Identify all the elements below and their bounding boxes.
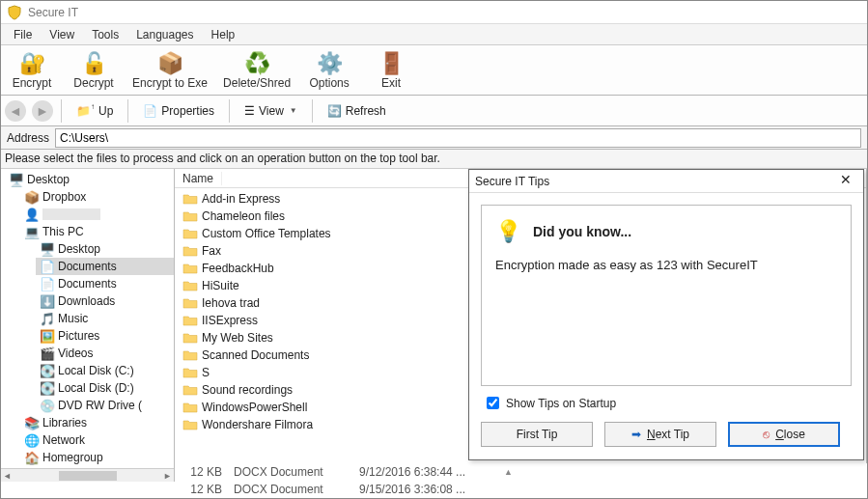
file-name: IISExpress <box>202 314 258 327</box>
tree-node[interactable]: 🏠Homegroup <box>20 449 174 466</box>
delete-shred-button[interactable]: ♻️ Delete/Shred <box>223 47 291 93</box>
file-name: Fax <box>202 244 221 258</box>
tree-node[interactable]: 💻This PC <box>20 223 174 240</box>
up-button[interactable]: 📁↑ Up <box>70 101 120 121</box>
next-tip-button[interactable]: ➡ Next Tip <box>604 422 716 447</box>
disk-icon: 💽 <box>40 380 55 396</box>
tree-node[interactable]: 📦Dropbox <box>20 188 174 206</box>
exit-label: Exit <box>381 76 401 90</box>
tree-label: Local Disk (C:) <box>58 364 134 377</box>
file-type: DOCX Document <box>234 483 359 496</box>
gear-icon: ⚙️ <box>316 51 343 76</box>
tree-label: Homegroup <box>42 451 103 464</box>
file-name: S <box>202 366 210 379</box>
file-name: FeedbackHub <box>202 262 274 275</box>
tips-dialog: Secure IT Tips ✕ 💡 Did you know... Encry… <box>468 169 864 460</box>
address-bar-row: Address <box>1 126 867 150</box>
tree-node[interactable]: 👤 <box>20 206 174 223</box>
tree-node[interactable]: 🎬Videos <box>36 345 174 362</box>
options-button[interactable]: ⚙️ Options <box>306 47 352 93</box>
divider <box>127 99 128 123</box>
net-icon: 🌐 <box>24 432 40 448</box>
tree-node[interactable]: 💿DVD RW Drive ( <box>36 397 174 414</box>
menu-bar: File View Tools Languages Help <box>1 24 867 45</box>
folder-icon <box>182 366 198 379</box>
next-tip-label: Next Tip <box>647 428 689 441</box>
close-icon[interactable]: ✕ <box>834 172 857 191</box>
exit-button[interactable]: 🚪 Exit <box>368 47 414 93</box>
tree-label: Music <box>58 312 88 325</box>
file-date: 9/15/2016 3:36:08 ... <box>359 483 504 496</box>
menu-languages[interactable]: Languages <box>127 26 202 43</box>
first-tip-button[interactable]: First Tip <box>481 422 593 447</box>
tree-node[interactable]: 🖥️Desktop <box>5 171 174 188</box>
tree-node[interactable]: 📄Documents <box>36 258 174 275</box>
folder-icon <box>182 401 198 414</box>
tree-node[interactable]: 📄Documents <box>36 275 174 292</box>
menu-view[interactable]: View <box>41 26 83 43</box>
menu-tools[interactable]: Tools <box>83 26 127 43</box>
tree-node[interactable]: ⬇️Downloads <box>36 292 174 310</box>
tree-node[interactable]: 📚Libraries <box>20 414 174 431</box>
menu-file[interactable]: File <box>5 26 41 43</box>
dialog-heading: Did you know... <box>533 224 631 239</box>
encrypt-label: Encrypt <box>13 76 52 90</box>
file-name: Sound recordings <box>202 383 293 397</box>
tree-node[interactable]: 🎵Music <box>36 310 174 327</box>
delete-label: Delete/Shred <box>223 76 291 90</box>
address-input[interactable] <box>55 128 861 148</box>
refresh-button[interactable]: 🔄 Refresh <box>321 101 393 121</box>
folder-icon <box>182 209 198 223</box>
show-tips-checkbox[interactable] <box>487 397 499 409</box>
nav-toolbar: ◄ ► 📁↑ Up 📄 Properties ☰ View ▼ 🔄 Refres… <box>1 96 867 126</box>
properties-icon: 📄 <box>143 104 157 118</box>
close-button[interactable]: ⎋ Close <box>728 422 840 447</box>
tree-label: Libraries <box>42 416 87 430</box>
desktop-b-icon: 🖥️ <box>40 241 55 257</box>
lightbulb-icon: 💡 <box>495 219 521 244</box>
folder-icon <box>182 418 198 431</box>
unlock-icon: 🔓 <box>80 51 107 76</box>
folder-icon <box>182 348 198 362</box>
tree-node[interactable]: 💽Local Disk (D:) <box>36 379 174 397</box>
table-row[interactable]: 12 KB DOCX Document 9/15/2016 3:36:08 ..… <box>176 481 867 498</box>
decrypt-button[interactable]: 🔓 Decrypt <box>70 47 117 93</box>
tree-node[interactable]: 💽Local Disk (C:) <box>36 362 174 379</box>
tree-label: Dropbox <box>42 190 86 204</box>
dvd-icon: 💿 <box>40 398 55 413</box>
file-type: DOCX Document <box>234 465 359 479</box>
folder-tree[interactable]: 🖥️Desktop📦Dropbox👤💻This PC🖥️Desktop📄Docu… <box>1 169 175 482</box>
tree-label: DVD RW Drive ( <box>58 399 142 412</box>
encrypt-to-exe-button[interactable]: 📦 Encrypt to Exe <box>132 47 208 93</box>
tree-node[interactable]: 🌐Network <box>20 431 174 449</box>
nav-back-button[interactable]: ◄ <box>5 100 26 122</box>
tree-label: Documents <box>58 277 117 291</box>
table-row[interactable]: 12 KB DOCX Document 9/12/2016 6:38:44 ..… <box>176 463 867 481</box>
folder-icon <box>182 227 198 240</box>
tree-node[interactable]: 🖼️Pictures <box>36 327 174 345</box>
tree-label: Videos <box>58 347 93 360</box>
main-toolbar: 🔐 Encrypt 🔓 Decrypt 📦 Encrypt to Exe ♻️ … <box>1 45 867 96</box>
file-name: My Web Sites <box>202 331 273 345</box>
door-icon: 🚪 <box>378 51 405 76</box>
encrypt-button[interactable]: 🔐 Encrypt <box>9 47 55 93</box>
file-size: 12 KB <box>176 483 234 496</box>
tree-node[interactable]: 🖥️Desktop <box>36 240 174 258</box>
column-name[interactable]: Name <box>175 172 222 185</box>
folder-icon <box>182 296 198 310</box>
vid-icon: 🎬 <box>40 346 55 361</box>
file-name: Wondershare Filmora <box>202 418 313 431</box>
scroll-up-icon[interactable]: ▲ <box>504 467 523 477</box>
address-label: Address <box>1 131 55 145</box>
dialog-title-bar: Secure IT Tips ✕ <box>469 170 863 193</box>
properties-button[interactable]: 📄 Properties <box>136 101 221 121</box>
tree-horizontal-scrollbar[interactable]: ◄► <box>1 468 174 482</box>
view-button[interactable]: ☰ View ▼ <box>238 101 304 121</box>
desktop-icon: 🖥️ <box>9 172 24 187</box>
menu-help[interactable]: Help <box>203 26 244 43</box>
folder-icon <box>182 279 198 292</box>
nav-forward-button[interactable]: ► <box>32 100 53 122</box>
disk-icon: 💽 <box>40 363 55 378</box>
divider <box>61 99 62 123</box>
dl-icon: ⬇️ <box>40 293 55 309</box>
